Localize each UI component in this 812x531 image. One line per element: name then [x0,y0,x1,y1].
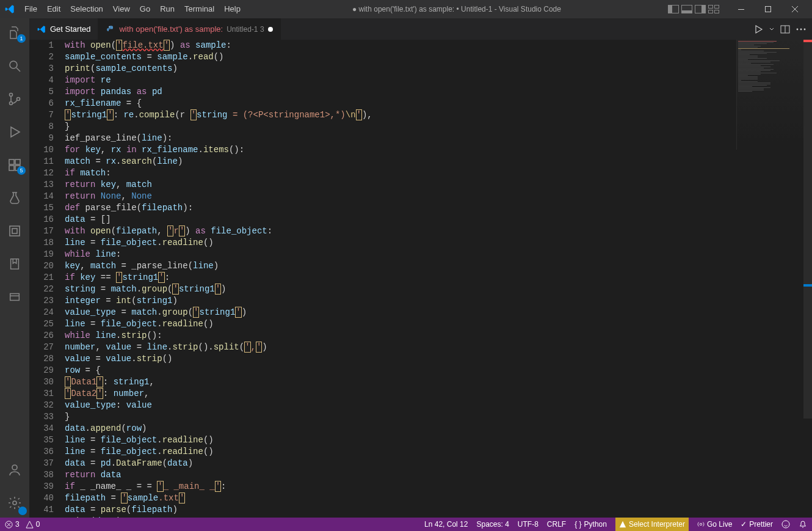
menu-selection[interactable]: Selection [65,0,107,18]
dirty-indicator-icon [268,27,273,32]
svg-rect-13 [10,294,20,301]
svg-point-2 [10,61,17,68]
editor-actions [747,18,812,40]
settings-update-badge [18,507,27,515]
status-prettier[interactable]: ✓Prettier [741,520,773,529]
scroll-selection-marker [803,284,812,287]
menu-bar: File Edit Selection View Go Run Terminal… [20,0,245,18]
extensions-badge: 5 [17,166,26,175]
code-content[interactable]: with open('file.txt') as sample:sample_c… [65,40,812,518]
toggle-panel-icon[interactable] [681,5,692,13]
editor-tabs: Get Started with open('file.txt') as sam… [29,18,812,40]
activity-explorer[interactable]: 1 [0,22,29,44]
toggle-secondary-sidebar-icon[interactable] [695,5,706,13]
tab-get-started[interactable]: Get Started [29,18,98,40]
activity-source-control[interactable] [0,88,29,110]
status-language[interactable]: { }Python [575,520,607,529]
activity-project-manager[interactable] [0,286,29,308]
svg-point-14 [12,465,17,470]
vscode-logo-icon [5,4,15,14]
minimap[interactable] [736,40,803,150]
status-encoding[interactable]: UTF-8 [518,520,538,529]
vscode-icon [37,24,46,34]
activity-extensions[interactable]: 5 [0,154,29,176]
run-button[interactable] [753,24,763,34]
svg-point-19 [800,28,802,30]
main: 1 5 [0,18,812,518]
svg-rect-12 [11,259,19,269]
menu-help[interactable]: Help [219,0,245,18]
scroll-error-marker [803,40,812,42]
activity-bar: 1 5 [0,18,29,518]
tab-label: Get Started [50,24,90,34]
svg-point-16 [109,26,110,27]
svg-rect-0 [738,9,744,10]
svg-point-3 [10,93,13,97]
status-errors[interactable]: 3 0 [5,520,40,529]
svg-point-18 [797,28,799,30]
editor-body[interactable]: 1234567891011121314151617181920212223242… [29,40,812,518]
editor-scrollbar[interactable] [803,40,812,518]
activity-run-debug[interactable] [0,121,29,143]
more-actions-icon[interactable] [796,28,806,31]
toggle-primary-sidebar-icon[interactable] [668,5,679,13]
python-icon [106,24,115,34]
menu-terminal[interactable]: Terminal [179,0,219,18]
titlebar-right [668,0,812,18]
svg-point-20 [804,28,806,30]
tab-meta: Untitled-1 3 [227,25,264,34]
svg-rect-11 [12,229,17,233]
status-indentation[interactable]: Spaces: 4 [476,520,509,529]
activity-settings[interactable] [0,492,29,514]
line-gutter: 1234567891011121314151617181920212223242… [29,40,65,518]
explorer-badge: 1 [17,34,26,43]
svg-rect-6 [9,159,14,164]
status-feedback-icon[interactable] [781,520,790,529]
close-button[interactable] [781,0,808,18]
maximize-button[interactable] [755,0,781,18]
svg-rect-1 [766,7,771,12]
titlebar: File Edit Selection View Go Run Terminal… [0,0,812,18]
status-cursor-position[interactable]: Ln 42, Col 12 [424,520,468,529]
menu-run[interactable]: Run [155,0,179,18]
activity-references[interactable] [0,220,29,242]
editor-area: Get Started with open('file.txt') as sam… [29,18,812,518]
titlebar-left: File Edit Selection View Go Run Terminal… [0,0,245,18]
menu-go[interactable]: Go [135,0,155,18]
svg-rect-8 [9,166,14,170]
svg-point-15 [13,501,16,505]
activity-bookmarks[interactable] [0,253,29,275]
svg-point-4 [10,102,13,105]
customize-layout-icon[interactable] [708,5,719,13]
svg-rect-7 [15,159,20,164]
run-dropdown-icon[interactable] [769,27,774,32]
svg-point-5 [17,98,20,101]
statusbar: 3 0 Ln 42, Col 12 Spaces: 4 UTF-8 CRLF {… [0,518,812,531]
status-eol[interactable]: CRLF [547,520,566,529]
status-select-interpreter[interactable]: Select Interpreter [615,518,689,531]
status-go-live[interactable]: Go Live [697,520,732,529]
tab-untitled-1[interactable]: with open('file.txt') as sample: Untitle… [98,18,280,40]
activity-search[interactable] [0,55,29,77]
menu-view[interactable]: View [108,0,135,18]
activity-testing[interactable] [0,187,29,209]
svg-point-23 [782,521,789,528]
activity-accounts[interactable] [0,459,29,481]
window-title: ● with open('file.txt') as sample: • Unt… [245,5,668,13]
svg-rect-10 [10,226,20,236]
menu-edit[interactable]: Edit [42,0,65,18]
layout-icons [668,5,722,13]
scrollbar-thumb[interactable] [803,40,812,419]
window-controls [728,0,808,18]
tab-label: with open('file.txt') as sample: [119,24,223,34]
minimize-button[interactable] [728,0,755,18]
split-editor-icon[interactable] [780,24,790,34]
status-notifications-icon[interactable] [799,520,807,529]
menu-file[interactable]: File [20,0,42,18]
svg-point-22 [700,523,701,525]
